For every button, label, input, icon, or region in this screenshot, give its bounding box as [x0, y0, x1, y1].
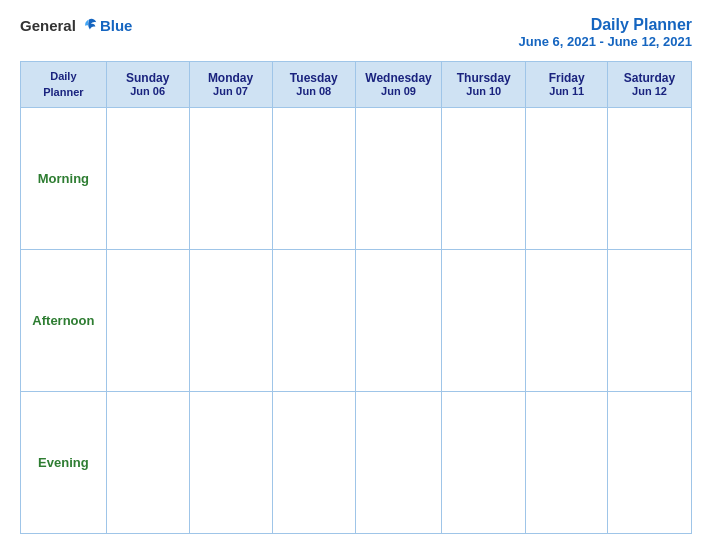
morning-sunday[interactable]	[106, 107, 189, 249]
logo: General Blue	[20, 16, 132, 34]
logo-area: General Blue	[20, 16, 132, 34]
planner-subtitle: June 6, 2021 - June 12, 2021	[519, 34, 692, 49]
header-monday: Monday Jun 07	[189, 62, 272, 108]
afternoon-row: Afternoon	[21, 249, 692, 391]
evening-friday[interactable]	[526, 391, 608, 533]
afternoon-friday[interactable]	[526, 249, 608, 391]
evening-sunday[interactable]	[106, 391, 189, 533]
afternoon-monday[interactable]	[189, 249, 272, 391]
morning-row: Morning	[21, 107, 692, 249]
logo-blue-text: Blue	[100, 17, 133, 34]
evening-thursday[interactable]	[442, 391, 526, 533]
morning-label: Morning	[21, 107, 107, 249]
title-area: Daily Planner June 6, 2021 - June 12, 20…	[519, 16, 692, 49]
header-daily-planner: DailyPlanner	[21, 62, 107, 108]
header-wednesday: Wednesday Jun 09	[355, 62, 441, 108]
header-thursday: Thursday Jun 10	[442, 62, 526, 108]
evening-tuesday[interactable]	[272, 391, 355, 533]
header-sunday: Sunday Jun 06	[106, 62, 189, 108]
logo-general-text: General	[20, 17, 76, 34]
morning-tuesday[interactable]	[272, 107, 355, 249]
afternoon-sunday[interactable]	[106, 249, 189, 391]
morning-saturday[interactable]	[608, 107, 692, 249]
afternoon-thursday[interactable]	[442, 249, 526, 391]
header-tuesday: Tuesday Jun 08	[272, 62, 355, 108]
morning-monday[interactable]	[189, 107, 272, 249]
header-friday: Friday Jun 11	[526, 62, 608, 108]
evening-label: Evening	[21, 391, 107, 533]
morning-thursday[interactable]	[442, 107, 526, 249]
table-header-row: DailyPlanner Sunday Jun 06 Monday Jun 07…	[21, 62, 692, 108]
planner-title: Daily Planner	[519, 16, 692, 34]
afternoon-wednesday[interactable]	[355, 249, 441, 391]
afternoon-tuesday[interactable]	[272, 249, 355, 391]
afternoon-saturday[interactable]	[608, 249, 692, 391]
page-header: General Blue Daily Planner June 6, 2021 …	[20, 16, 692, 49]
evening-saturday[interactable]	[608, 391, 692, 533]
header-saturday: Saturday Jun 12	[608, 62, 692, 108]
evening-monday[interactable]	[189, 391, 272, 533]
afternoon-label: Afternoon	[21, 249, 107, 391]
logo-bird-icon	[80, 16, 98, 34]
morning-friday[interactable]	[526, 107, 608, 249]
morning-wednesday[interactable]	[355, 107, 441, 249]
evening-wednesday[interactable]	[355, 391, 441, 533]
evening-row: Evening	[21, 391, 692, 533]
planner-table: DailyPlanner Sunday Jun 06 Monday Jun 07…	[20, 61, 692, 534]
